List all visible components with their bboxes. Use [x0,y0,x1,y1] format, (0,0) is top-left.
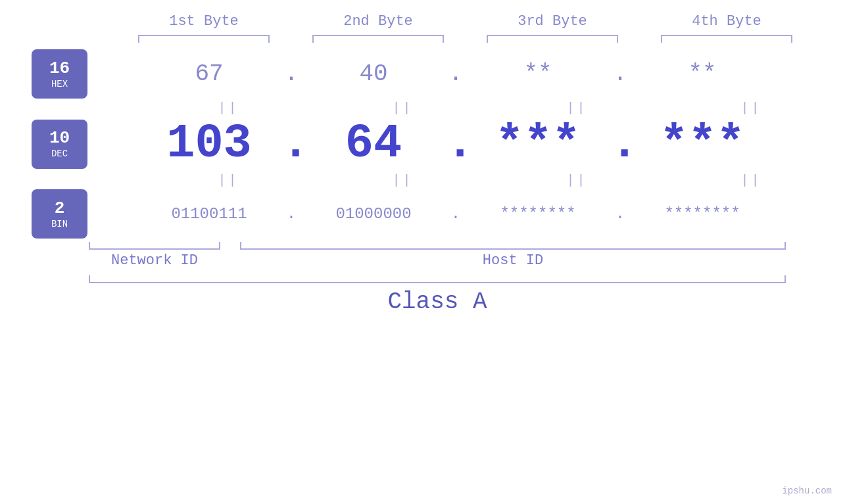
bottom-brackets [89,242,786,250]
host-id-label: Host ID [240,252,786,269]
hex-row: 16 HEX 67 . 40 . ** . ** [0,49,845,99]
main-container: 1st Byte 2nd Byte 3rd Byte 4th Byte 16 H… [0,0,845,504]
hex-values: 67 . 40 . ** . ** [87,60,845,87]
bin-b3: ******** [466,205,610,223]
dec-dot-1: . [281,117,301,171]
dec-badge: 10 DEC [32,120,87,169]
bracket-top-3 [487,35,618,43]
dec-badge-label: DEC [51,149,68,160]
dec-b1: 103 [137,117,281,171]
dec-values: 103 . 64 . *** . *** [87,117,845,171]
eq-2-b4: || [679,173,824,188]
class-label: Class A [89,288,786,315]
bin-dot-1: . [281,205,301,223]
bin-badge: 2 BIN [32,189,87,239]
bin-b1: 01100111 [137,205,281,223]
dec-b3: *** [466,117,610,171]
bin-dot-3: . [610,205,630,223]
watermark: ipshu.com [782,486,832,496]
bin-badge-num: 2 [55,198,65,219]
eq-1-b4: || [679,101,824,116]
byte1-header: 1st Byte [132,13,276,30]
eq-row-2: || || || || [141,171,838,189]
eq-row-1: || || || || [141,99,838,117]
eq-2-b1: || [157,173,301,188]
bin-badge-label: BIN [51,219,68,230]
bin-b4: ******** [630,205,775,223]
hex-badge-label: HEX [51,79,68,90]
dec-dot-2: . [446,117,466,171]
main-rows: 16 HEX 67 . 40 . ** . ** || || || || 10 [0,49,845,239]
hex-badge: 16 HEX [32,49,87,99]
top-brackets [117,35,814,43]
id-labels: Network ID Host ID [89,252,786,269]
eq-1-b2: || [331,101,475,116]
network-id-label: Network ID [89,252,220,269]
hex-b2: 40 [301,60,446,87]
hex-b1: 67 [137,60,281,87]
bin-row: 2 BIN 01100111 . 01000000 . ******** . *… [0,189,845,239]
hex-b3: ** [466,60,610,87]
byte3-header: 3rd Byte [480,13,625,30]
dec-row: 10 DEC 103 . 64 . *** . *** [0,117,845,171]
dec-b4: *** [630,117,775,171]
bracket-top-4 [661,35,792,43]
byte4-header: 4th Byte [654,13,799,30]
byte2-header: 2nd Byte [306,13,450,30]
bin-b2: 01000000 [301,205,446,223]
hex-dot-3: . [610,60,630,87]
byte-headers: 1st Byte 2nd Byte 3rd Byte 4th Byte [117,13,814,30]
hex-b4: ** [630,60,775,87]
hex-dot-2: . [446,60,466,87]
bracket-network [89,242,220,250]
eq-1-b1: || [157,101,301,116]
eq-2-b3: || [505,173,650,188]
bin-dot-2: . [446,205,466,223]
bin-values: 01100111 . 01000000 . ******** . *******… [87,205,845,223]
eq-1-b3: || [505,101,650,116]
bracket-host [240,242,786,250]
bottom-section: Network ID Host ID Class A [0,242,845,315]
dec-b2: 64 [301,117,446,171]
eq-2-b2: || [331,173,475,188]
hex-badge-num: 16 [49,58,70,79]
hex-dot-1: . [281,60,301,87]
bracket-top-2 [312,35,444,43]
dec-badge-num: 10 [49,128,70,149]
bracket-top-1 [138,35,270,43]
big-bottom-bracket [89,275,786,283]
dec-dot-3: . [610,117,630,171]
